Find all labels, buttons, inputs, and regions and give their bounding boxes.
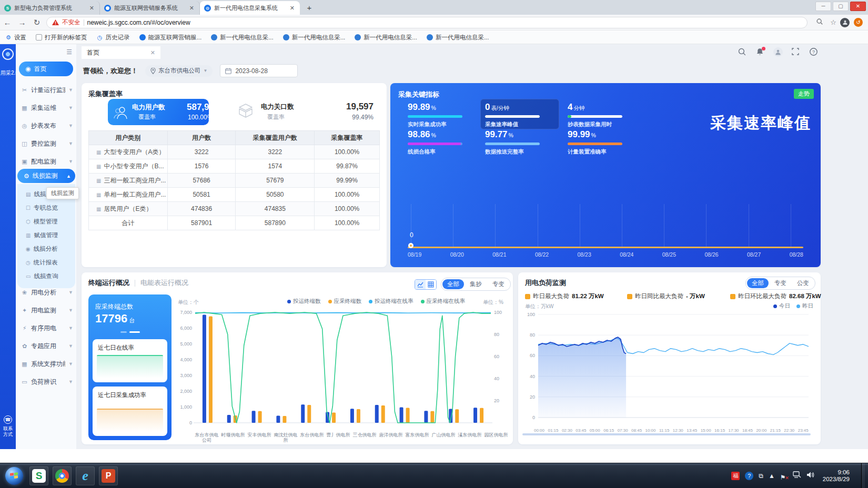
power-users-card[interactable]: 电力用户数 覆盖率 587,901 100.00%: [108, 99, 209, 125]
tray-help-icon[interactable]: ?: [745, 472, 753, 480]
pill-全部[interactable]: 全部: [747, 278, 769, 288]
chart-view-button[interactable]: [415, 280, 426, 289]
submenu-item-2[interactable]: ⬡模型管理: [17, 215, 75, 228]
sidebar-group-bottom-1[interactable]: ✦用电监测▼: [16, 301, 76, 319]
bookmark-item[interactable]: ⚙设置: [5, 34, 26, 42]
sidebar-item-line-loss[interactable]: ⚙ 线损监测 ▲: [17, 169, 75, 183]
sidebar-group-bottom-3[interactable]: ✿专题应用▼: [16, 337, 76, 355]
tab-close-icon[interactable]: ✕: [289, 5, 296, 12]
bookmark-item[interactable]: 新一代用电信息采...: [355, 34, 417, 42]
load-chart[interactable]: 020406080100: [522, 310, 813, 427]
submenu-item-4[interactable]: ◉线损分析: [17, 242, 75, 256]
address-bar[interactable]: 不安全 neweic.js.sgcc.com.cn/#/oc/overview: [46, 17, 808, 28]
taskbar-clock[interactable]: 9:06 2023/8/29: [820, 469, 856, 483]
start-button[interactable]: [5, 467, 23, 485]
contact-widget[interactable]: ☎ 联系 方式: [0, 415, 16, 438]
taskbar-chrome-icon[interactable]: [53, 466, 72, 485]
legend-item[interactable]: 投运终端在线率: [369, 298, 413, 305]
browser-tab[interactable]: 能源互联网营销服务系统✕: [100, 1, 200, 15]
sidebar-group-bottom-2[interactable]: ⚡有序用电▼: [16, 319, 76, 337]
page-tab-close-icon[interactable]: ✕: [150, 49, 155, 56]
tab-meter-overview[interactable]: 电能表运行概况: [140, 278, 188, 288]
tray-action-center-icon[interactable]: ⚑✕: [780, 472, 788, 480]
tray-expand-icon[interactable]: ▲: [769, 472, 775, 480]
bookmark-item[interactable]: ◷历史记录: [97, 34, 130, 42]
bookmark-item[interactable]: 打开新的标签页: [36, 34, 87, 42]
browser-tab[interactable]: ◍新一代用电信息采集系统✕: [200, 1, 300, 15]
sidebar-group-bottom-4[interactable]: ▦系统支撑功能▼: [16, 355, 76, 373]
reload-icon[interactable]: ↻: [29, 18, 44, 27]
sidebar-collapse-icon[interactable]: ☰: [66, 48, 72, 56]
pill-公变[interactable]: 公变: [792, 278, 814, 288]
bookmark-item[interactable]: 新一代用电信息采...: [211, 34, 274, 42]
legend-item[interactable]: 今日: [773, 302, 790, 310]
sidebar-group-4[interactable]: ▣配电监测▼: [16, 152, 76, 170]
tab-close-icon[interactable]: ✕: [188, 5, 195, 12]
submenu-item-5[interactable]: ◷统计报表: [17, 256, 75, 269]
table-row[interactable]: ▦单相一般工商业用户...5058150580100.00%: [89, 188, 380, 202]
online-rate-card[interactable]: 近七日在线率: [93, 339, 167, 382]
taskbar-wps-icon[interactable]: S: [29, 466, 48, 485]
success-rate-card[interactable]: 近七日采集成功率: [93, 387, 167, 436]
trend-button[interactable]: 走势: [794, 89, 814, 99]
profile-avatar-icon[interactable]: [840, 18, 854, 27]
pill-全部[interactable]: 全部: [442, 279, 464, 289]
kpi-timeline-chart[interactable]: 008/1908/2008/2108/2208/2308/2408/2508/2…: [408, 204, 803, 259]
user-avatar[interactable]: [773, 47, 783, 57]
tray-window-icon[interactable]: ⧉: [759, 472, 763, 480]
table-row[interactable]: 合计587901587890100.00%: [89, 216, 380, 230]
table-row[interactable]: ▦三相一般工商业用户...576865767999.99%: [89, 174, 380, 188]
help-icon[interactable]: ?: [809, 47, 819, 57]
submenu-item-1[interactable]: ☐专职总览: [17, 201, 75, 215]
minimize-button[interactable]: ─: [815, 2, 831, 11]
load-chart-scrollbar[interactable]: [522, 433, 811, 435]
tab-close-icon[interactable]: ✕: [88, 5, 95, 12]
browser-update-icon[interactable]: ↺: [854, 18, 863, 27]
table-row[interactable]: ▦中小型专变用户（B...1576157499.87%: [89, 159, 380, 174]
sidebar-group-3[interactable]: ◫费控监测▼: [16, 135, 76, 152]
sidebar-group-bottom-0[interactable]: ❀用电分析▼: [16, 283, 76, 301]
sidebar-group-1[interactable]: ▦采集运维▼: [16, 99, 76, 117]
tray-network-icon[interactable]: [793, 471, 801, 480]
new-tab-button[interactable]: +: [303, 2, 316, 14]
search-icon[interactable]: [738, 47, 747, 57]
fullscreen-icon[interactable]: [791, 47, 801, 57]
table-row[interactable]: ▦大型专变用户（A类）32223222100.00%: [89, 145, 380, 159]
zoom-icon[interactable]: [813, 18, 826, 27]
legend-item[interactable]: 昨日: [796, 302, 813, 310]
table-view-button[interactable]: [426, 280, 436, 289]
maximize-button[interactable]: ▢: [833, 2, 849, 11]
pagination-dots[interactable]: [88, 331, 171, 333]
back-icon[interactable]: ←: [0, 18, 15, 27]
date-picker[interactable]: 2023-08-28: [220, 64, 298, 77]
tray-ime-icon[interactable]: 福: [731, 472, 740, 480]
bookmark-item[interactable]: 能源互联网营销服...: [139, 34, 202, 42]
submenu-item-3[interactable]: ▥赋值管理: [17, 228, 75, 242]
sidebar-group-bottom-5[interactable]: ▭负荷辨识▼: [16, 373, 76, 391]
sidebar-group-0[interactable]: ✂计量运行监测▼: [16, 81, 76, 99]
org-selector[interactable]: 东台市供电公司 ▼: [145, 65, 213, 77]
pill-专变[interactable]: 专变: [770, 278, 791, 288]
timeline-marker-dot[interactable]: [408, 243, 413, 248]
tab-terminal-overview[interactable]: 终端运行概况: [88, 278, 129, 288]
submenu-item-6[interactable]: ▭线损查询: [17, 269, 75, 283]
pill-专变[interactable]: 专变: [488, 279, 509, 289]
legend-item[interactable]: 应采终端数: [328, 298, 362, 305]
taskbar-ie-icon[interactable]: e: [76, 466, 95, 485]
sidebar-group-2[interactable]: ◎抄表发布▼: [16, 117, 76, 135]
tray-volume-icon[interactable]: [806, 471, 814, 480]
bookmark-item[interactable]: 新一代用电信息采...: [427, 34, 489, 42]
forward-icon[interactable]: →: [15, 18, 29, 27]
pill-集抄[interactable]: 集抄: [465, 279, 487, 289]
taskbar-ppt-icon[interactable]: P: [99, 466, 118, 485]
terminal-chart[interactable]: 1,0002,0003,0004,0005,0006,0007,00002040…: [176, 305, 508, 430]
page-tab-home[interactable]: 首页 ✕: [82, 46, 160, 59]
browser-tab[interactable]: S新型电力负荷管理系统✕: [0, 1, 100, 15]
show-desktop-button[interactable]: [861, 463, 865, 488]
close-button[interactable]: ✕: [850, 2, 866, 11]
notification-bell-icon[interactable]: [755, 47, 765, 57]
legend-item[interactable]: 应采终端在线率: [421, 298, 466, 305]
sidebar-item-home[interactable]: ◉ 首页: [19, 62, 73, 76]
bookmark-star-icon[interactable]: ☆: [826, 18, 840, 26]
power-gateways-card[interactable]: 电力关口数 覆盖率 19,597 99.49%: [231, 99, 379, 125]
